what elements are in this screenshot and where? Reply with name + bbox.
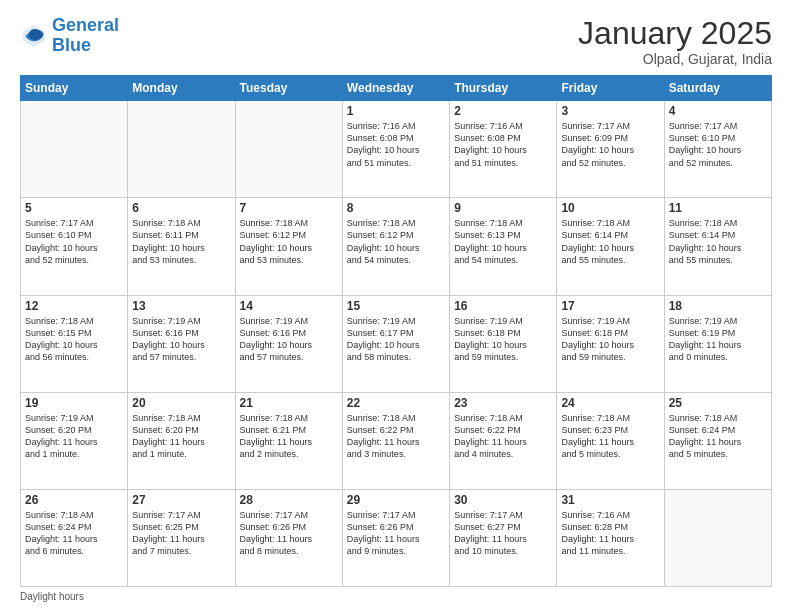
day-info: Sunrise: 7:18 AM Sunset: 6:22 PM Dayligh…	[347, 412, 445, 461]
day-number: 2	[454, 104, 552, 118]
day-info: Sunrise: 7:18 AM Sunset: 6:14 PM Dayligh…	[561, 217, 659, 266]
day-info: Sunrise: 7:17 AM Sunset: 6:26 PM Dayligh…	[347, 509, 445, 558]
day-number: 25	[669, 396, 767, 410]
table-row	[21, 101, 128, 198]
month-title: January 2025	[578, 16, 772, 51]
day-info: Sunrise: 7:19 AM Sunset: 6:18 PM Dayligh…	[454, 315, 552, 364]
table-row: 20Sunrise: 7:18 AM Sunset: 6:20 PM Dayli…	[128, 392, 235, 489]
day-number: 18	[669, 299, 767, 313]
calendar-header-row: Sunday Monday Tuesday Wednesday Thursday…	[21, 76, 772, 101]
footer-text: Daylight hours	[20, 591, 84, 602]
day-number: 21	[240, 396, 338, 410]
col-wednesday: Wednesday	[342, 76, 449, 101]
day-number: 8	[347, 201, 445, 215]
header: General Blue January 2025 Olpad, Gujarat…	[20, 16, 772, 67]
day-info: Sunrise: 7:17 AM Sunset: 6:10 PM Dayligh…	[25, 217, 123, 266]
day-info: Sunrise: 7:16 AM Sunset: 6:08 PM Dayligh…	[454, 120, 552, 169]
day-info: Sunrise: 7:18 AM Sunset: 6:12 PM Dayligh…	[240, 217, 338, 266]
table-row	[128, 101, 235, 198]
table-row: 26Sunrise: 7:18 AM Sunset: 6:24 PM Dayli…	[21, 489, 128, 586]
table-row: 8Sunrise: 7:18 AM Sunset: 6:12 PM Daylig…	[342, 198, 449, 295]
table-row: 22Sunrise: 7:18 AM Sunset: 6:22 PM Dayli…	[342, 392, 449, 489]
day-number: 19	[25, 396, 123, 410]
day-info: Sunrise: 7:18 AM Sunset: 6:21 PM Dayligh…	[240, 412, 338, 461]
day-number: 11	[669, 201, 767, 215]
table-row: 10Sunrise: 7:18 AM Sunset: 6:14 PM Dayli…	[557, 198, 664, 295]
table-row: 21Sunrise: 7:18 AM Sunset: 6:21 PM Dayli…	[235, 392, 342, 489]
col-tuesday: Tuesday	[235, 76, 342, 101]
table-row: 7Sunrise: 7:18 AM Sunset: 6:12 PM Daylig…	[235, 198, 342, 295]
day-number: 17	[561, 299, 659, 313]
day-number: 6	[132, 201, 230, 215]
calendar-week-2: 5Sunrise: 7:17 AM Sunset: 6:10 PM Daylig…	[21, 198, 772, 295]
logo-line1: General	[52, 15, 119, 35]
calendar-week-5: 26Sunrise: 7:18 AM Sunset: 6:24 PM Dayli…	[21, 489, 772, 586]
logo-icon	[20, 22, 48, 50]
day-number: 5	[25, 201, 123, 215]
day-info: Sunrise: 7:16 AM Sunset: 6:08 PM Dayligh…	[347, 120, 445, 169]
day-info: Sunrise: 7:16 AM Sunset: 6:28 PM Dayligh…	[561, 509, 659, 558]
location-subtitle: Olpad, Gujarat, India	[578, 51, 772, 67]
table-row	[664, 489, 771, 586]
calendar-table: Sunday Monday Tuesday Wednesday Thursday…	[20, 75, 772, 587]
day-number: 12	[25, 299, 123, 313]
day-number: 30	[454, 493, 552, 507]
day-info: Sunrise: 7:17 AM Sunset: 6:26 PM Dayligh…	[240, 509, 338, 558]
table-row: 29Sunrise: 7:17 AM Sunset: 6:26 PM Dayli…	[342, 489, 449, 586]
table-row: 27Sunrise: 7:17 AM Sunset: 6:25 PM Dayli…	[128, 489, 235, 586]
col-saturday: Saturday	[664, 76, 771, 101]
day-number: 3	[561, 104, 659, 118]
table-row: 9Sunrise: 7:18 AM Sunset: 6:13 PM Daylig…	[450, 198, 557, 295]
day-info: Sunrise: 7:17 AM Sunset: 6:09 PM Dayligh…	[561, 120, 659, 169]
footer-note: Daylight hours	[20, 591, 772, 602]
day-number: 20	[132, 396, 230, 410]
table-row: 28Sunrise: 7:17 AM Sunset: 6:26 PM Dayli…	[235, 489, 342, 586]
day-info: Sunrise: 7:19 AM Sunset: 6:19 PM Dayligh…	[669, 315, 767, 364]
day-info: Sunrise: 7:18 AM Sunset: 6:11 PM Dayligh…	[132, 217, 230, 266]
day-info: Sunrise: 7:19 AM Sunset: 6:17 PM Dayligh…	[347, 315, 445, 364]
day-info: Sunrise: 7:18 AM Sunset: 6:14 PM Dayligh…	[669, 217, 767, 266]
day-info: Sunrise: 7:18 AM Sunset: 6:22 PM Dayligh…	[454, 412, 552, 461]
day-number: 4	[669, 104, 767, 118]
table-row: 16Sunrise: 7:19 AM Sunset: 6:18 PM Dayli…	[450, 295, 557, 392]
table-row: 5Sunrise: 7:17 AM Sunset: 6:10 PM Daylig…	[21, 198, 128, 295]
table-row: 12Sunrise: 7:18 AM Sunset: 6:15 PM Dayli…	[21, 295, 128, 392]
day-number: 7	[240, 201, 338, 215]
table-row: 11Sunrise: 7:18 AM Sunset: 6:14 PM Dayli…	[664, 198, 771, 295]
day-number: 31	[561, 493, 659, 507]
day-number: 24	[561, 396, 659, 410]
day-info: Sunrise: 7:19 AM Sunset: 6:18 PM Dayligh…	[561, 315, 659, 364]
table-row: 19Sunrise: 7:19 AM Sunset: 6:20 PM Dayli…	[21, 392, 128, 489]
table-row: 6Sunrise: 7:18 AM Sunset: 6:11 PM Daylig…	[128, 198, 235, 295]
table-row: 25Sunrise: 7:18 AM Sunset: 6:24 PM Dayli…	[664, 392, 771, 489]
day-info: Sunrise: 7:18 AM Sunset: 6:24 PM Dayligh…	[669, 412, 767, 461]
col-thursday: Thursday	[450, 76, 557, 101]
col-monday: Monday	[128, 76, 235, 101]
day-number: 28	[240, 493, 338, 507]
day-info: Sunrise: 7:18 AM Sunset: 6:13 PM Dayligh…	[454, 217, 552, 266]
day-number: 10	[561, 201, 659, 215]
table-row: 1Sunrise: 7:16 AM Sunset: 6:08 PM Daylig…	[342, 101, 449, 198]
day-number: 23	[454, 396, 552, 410]
calendar-week-4: 19Sunrise: 7:19 AM Sunset: 6:20 PM Dayli…	[21, 392, 772, 489]
day-info: Sunrise: 7:18 AM Sunset: 6:20 PM Dayligh…	[132, 412, 230, 461]
logo: General Blue	[20, 16, 119, 56]
table-row: 2Sunrise: 7:16 AM Sunset: 6:08 PM Daylig…	[450, 101, 557, 198]
day-info: Sunrise: 7:18 AM Sunset: 6:12 PM Dayligh…	[347, 217, 445, 266]
calendar-week-3: 12Sunrise: 7:18 AM Sunset: 6:15 PM Dayli…	[21, 295, 772, 392]
day-number: 26	[25, 493, 123, 507]
col-sunday: Sunday	[21, 76, 128, 101]
page: General Blue January 2025 Olpad, Gujarat…	[0, 0, 792, 612]
logo-text: General Blue	[52, 16, 119, 56]
day-info: Sunrise: 7:18 AM Sunset: 6:24 PM Dayligh…	[25, 509, 123, 558]
table-row: 18Sunrise: 7:19 AM Sunset: 6:19 PM Dayli…	[664, 295, 771, 392]
day-number: 27	[132, 493, 230, 507]
day-info: Sunrise: 7:19 AM Sunset: 6:20 PM Dayligh…	[25, 412, 123, 461]
day-number: 1	[347, 104, 445, 118]
table-row: 30Sunrise: 7:17 AM Sunset: 6:27 PM Dayli…	[450, 489, 557, 586]
day-info: Sunrise: 7:18 AM Sunset: 6:23 PM Dayligh…	[561, 412, 659, 461]
table-row: 14Sunrise: 7:19 AM Sunset: 6:16 PM Dayli…	[235, 295, 342, 392]
table-row: 17Sunrise: 7:19 AM Sunset: 6:18 PM Dayli…	[557, 295, 664, 392]
table-row: 13Sunrise: 7:19 AM Sunset: 6:16 PM Dayli…	[128, 295, 235, 392]
table-row: 4Sunrise: 7:17 AM Sunset: 6:10 PM Daylig…	[664, 101, 771, 198]
